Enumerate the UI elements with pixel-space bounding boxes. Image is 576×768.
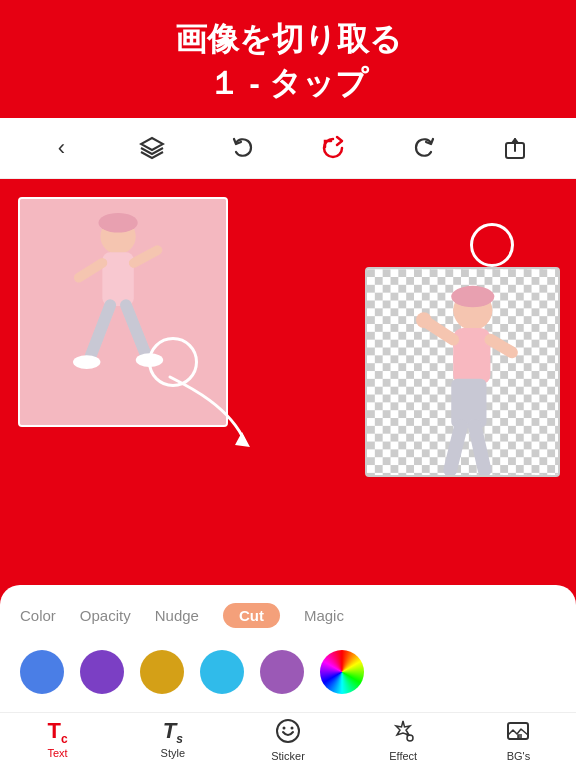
tab-cut[interactable]: Cut xyxy=(223,603,280,628)
cutout-person-svg xyxy=(367,269,558,475)
refresh-icon xyxy=(319,134,347,162)
header-title-line1: 画像を切り取る xyxy=(10,18,566,62)
nav-effect-label: Effect xyxy=(389,750,417,762)
tab-color[interactable]: Color xyxy=(20,607,56,624)
effect-icon xyxy=(390,718,416,748)
svg-marker-13 xyxy=(235,432,250,447)
circle-annotation-right xyxy=(470,223,514,267)
nav-text[interactable]: Tc Text xyxy=(0,720,115,759)
arrow-annotation xyxy=(150,367,270,457)
svg-line-26 xyxy=(475,426,485,470)
svg-rect-6 xyxy=(102,252,133,306)
share-button[interactable] xyxy=(495,128,535,168)
nav-effect[interactable]: Effect xyxy=(346,718,461,762)
cutout-image-box xyxy=(365,267,560,477)
back-button[interactable]: ‹ xyxy=(41,128,81,168)
layers-button[interactable] xyxy=(132,128,172,168)
nav-bgs-label: BG's xyxy=(507,750,531,762)
undo-icon xyxy=(230,135,256,161)
colors-row xyxy=(20,646,556,702)
svg-rect-20 xyxy=(453,328,490,385)
header: 画像を切り取る １ - タップ xyxy=(0,0,576,118)
color-violet[interactable] xyxy=(260,650,304,694)
nav-style-label: Style xyxy=(161,747,185,759)
svg-rect-21 xyxy=(451,379,486,428)
tab-nudge[interactable]: Nudge xyxy=(155,607,199,624)
sticker-icon xyxy=(275,718,301,748)
bottom-nav: Tc Text Ts Style Sticker Effect xyxy=(0,712,576,768)
toolbar: ‹ xyxy=(0,118,576,179)
svg-point-24 xyxy=(416,312,432,328)
tabs-row: Color Opacity Nudge Cut Magic xyxy=(20,603,556,628)
svg-marker-0 xyxy=(141,138,163,150)
refresh-button[interactable] xyxy=(313,128,353,168)
canvas-area xyxy=(0,179,576,489)
svg-point-29 xyxy=(291,726,294,729)
color-yellow[interactable] xyxy=(140,650,184,694)
nav-text-label: Text xyxy=(48,747,68,759)
layers-icon xyxy=(139,135,165,161)
color-blue[interactable] xyxy=(20,650,64,694)
nav-sticker-label: Sticker xyxy=(271,750,305,762)
nav-style[interactable]: Ts Style xyxy=(115,720,230,759)
share-icon xyxy=(502,135,528,161)
nav-bgs[interactable]: BG's xyxy=(461,718,576,762)
svg-point-11 xyxy=(73,355,100,369)
svg-point-27 xyxy=(277,720,299,742)
svg-point-28 xyxy=(283,726,286,729)
svg-point-5 xyxy=(98,213,137,233)
redo-icon xyxy=(411,135,437,161)
redo-button[interactable] xyxy=(404,128,444,168)
tab-opacity[interactable]: Opacity xyxy=(80,607,131,624)
color-rainbow[interactable] xyxy=(320,650,364,694)
style-icon: Ts xyxy=(163,720,183,745)
svg-point-19 xyxy=(451,286,494,308)
bottom-panel: Color Opacity Nudge Cut Magic xyxy=(0,585,576,712)
tab-magic[interactable]: Magic xyxy=(304,607,344,624)
undo-button[interactable] xyxy=(223,128,263,168)
color-cyan[interactable] xyxy=(200,650,244,694)
header-title-line2: １ - タップ xyxy=(10,62,566,106)
color-purple[interactable] xyxy=(80,650,124,694)
text-icon: Tc xyxy=(48,720,68,745)
nav-sticker[interactable]: Sticker xyxy=(230,718,345,762)
bgs-icon xyxy=(505,718,531,748)
